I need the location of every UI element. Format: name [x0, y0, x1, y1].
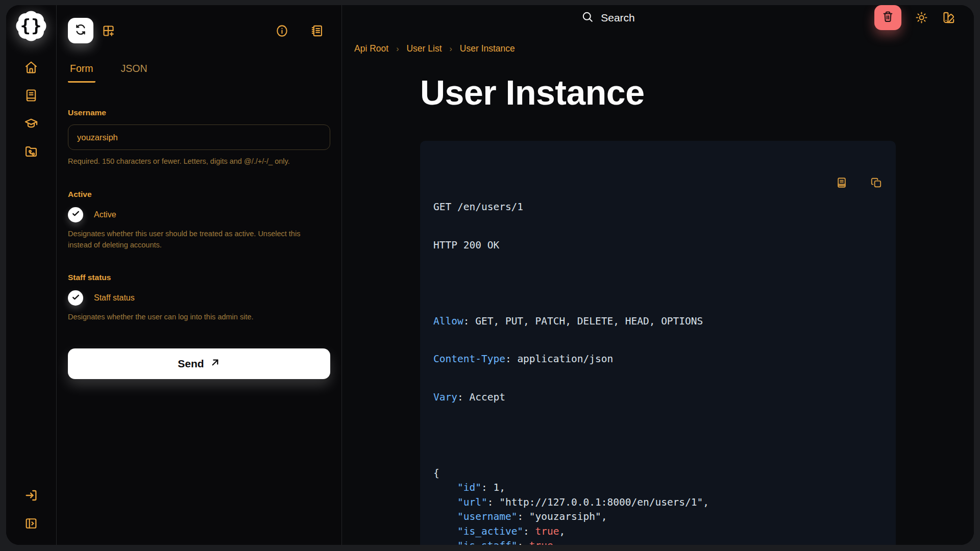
staff-checkbox[interactable]	[68, 290, 83, 306]
active-section-label: Active	[68, 190, 330, 199]
header-name: Allow	[433, 315, 475, 327]
json-line: "id": 1,	[433, 481, 883, 495]
app-window: {}	[6, 5, 974, 545]
json-line: "is_staff": true	[433, 539, 883, 545]
form-tabs: Form JSON	[68, 63, 330, 83]
raw-view-button[interactable]	[836, 153, 848, 165]
form-toolbar	[68, 18, 330, 43]
refresh-icon	[74, 23, 87, 38]
rail-nav	[24, 60, 38, 159]
swatch-book-icon	[942, 11, 955, 24]
copy-icon	[870, 177, 883, 189]
copy-button[interactable]	[870, 153, 883, 165]
arrow-up-right-icon	[210, 357, 220, 370]
sidebar-item-tutorials[interactable]	[24, 116, 38, 131]
active-checkbox-label[interactable]: Active	[94, 210, 116, 219]
topbar: Search	[342, 5, 974, 30]
staff-checkbox-label[interactable]: Staff status	[94, 293, 135, 303]
tab-form[interactable]: Form	[68, 63, 95, 83]
username-help-text: Required. 150 characters or fewer. Lette…	[68, 156, 330, 167]
response-json-body: { "id": 1, "url": "http://127.0.0.1:8000…	[433, 466, 883, 545]
color-scheme-button[interactable]	[942, 11, 955, 24]
json-line: "url": "http://127.0.0.1:8000/en/users/1…	[433, 495, 883, 510]
trash-icon	[881, 10, 894, 25]
braces-logo-icon: {}	[11, 6, 51, 46]
chevron-right-icon: ›	[396, 44, 399, 54]
graduation-cap-icon	[24, 116, 38, 131]
icon-rail: {}	[6, 5, 57, 545]
page-content: User Instance GET /en/users/1 HTTP 200 O…	[420, 54, 896, 545]
search-icon	[581, 11, 594, 25]
rail-bottom	[24, 488, 38, 531]
table-plus-icon	[102, 24, 115, 38]
search-button[interactable]: Search	[581, 11, 635, 25]
active-checkbox-row: Active	[68, 207, 330, 222]
json-line: "is_active": true,	[433, 524, 883, 539]
check-icon	[71, 293, 80, 304]
options-list-button[interactable]	[310, 24, 324, 38]
folder-git-icon	[24, 144, 38, 159]
sidebar-item-source[interactable]	[24, 144, 38, 159]
theme-toggle-button[interactable]	[915, 11, 928, 24]
response-header: AllowGET, PUT, PATCH, DELETE, HEAD, OPTI…	[433, 314, 883, 329]
username-label: Username	[68, 108, 330, 117]
panel-expand-icon	[24, 516, 38, 531]
staff-checkbox-row: Staff status	[68, 290, 330, 306]
form-toolbar-right	[275, 24, 324, 38]
page-title: User Instance	[420, 72, 896, 112]
sidebar-item-docs[interactable]	[24, 88, 38, 103]
blank-line	[433, 428, 883, 443]
login-icon	[24, 488, 38, 503]
header-value: Accept	[469, 391, 505, 403]
topbar-actions	[874, 5, 955, 30]
username-input[interactable]	[68, 124, 330, 150]
request-line: GET /en/users/1	[433, 200, 883, 215]
send-button-label: Send	[178, 358, 204, 370]
tab-json[interactable]: JSON	[119, 63, 150, 83]
home-icon	[24, 60, 38, 74]
code-actions	[836, 153, 883, 165]
blank-line	[433, 276, 883, 291]
toggle-panel-button[interactable]	[24, 516, 38, 531]
json-line: "username": "youzarsiph",	[433, 510, 883, 524]
breadcrumb: Api Root › User List › User Instance	[354, 43, 974, 54]
search-label: Search	[601, 12, 635, 24]
info-icon	[275, 24, 289, 38]
notebook-icon	[310, 24, 324, 38]
info-button[interactable]	[275, 24, 289, 38]
main-content: Search Api Root › User List › User Insta…	[342, 5, 974, 545]
json-line: {	[433, 466, 883, 481]
response-header: Content-Typeapplication/json	[433, 352, 883, 367]
staff-section-label: Staff status	[68, 273, 330, 282]
header-name: Vary	[433, 391, 469, 403]
book-icon	[24, 88, 38, 103]
header-name: Content-Type	[433, 353, 517, 365]
add-table-button[interactable]	[102, 24, 115, 38]
refresh-button[interactable]	[68, 18, 93, 43]
file-lines-icon	[836, 177, 848, 189]
header-value: application/json	[517, 353, 613, 365]
response-header: VaryAccept	[433, 390, 883, 405]
app-logo[interactable]: {}	[11, 6, 51, 46]
breadcrumb-user-list[interactable]: User List	[406, 43, 442, 54]
check-icon	[71, 209, 80, 220]
header-value: GET, PUT, PATCH, DELETE, HEAD, OPTIONS	[475, 315, 703, 327]
active-checkbox[interactable]	[68, 207, 83, 222]
form-panel: Form JSON Username Required. 150 charact…	[57, 5, 342, 545]
status-line: HTTP 200 OK	[433, 238, 883, 253]
response-code-block: GET /en/users/1 HTTP 200 OK AllowGET, PU…	[420, 141, 896, 545]
staff-help-text: Designates whether the user can log into…	[68, 312, 330, 323]
send-button[interactable]: Send	[68, 348, 330, 379]
login-button[interactable]	[24, 488, 38, 503]
breadcrumb-user-instance[interactable]: User Instance	[460, 43, 515, 54]
sun-icon	[915, 11, 928, 24]
active-help-text: Designates whether this user should be t…	[68, 229, 308, 251]
sidebar-item-home[interactable]	[24, 60, 38, 74]
breadcrumb-api-root[interactable]: Api Root	[354, 43, 388, 54]
chevron-right-icon: ›	[450, 44, 452, 54]
delete-button[interactable]	[874, 5, 901, 30]
